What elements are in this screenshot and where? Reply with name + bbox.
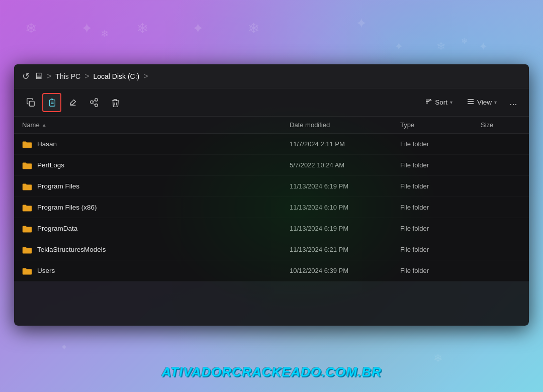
folder-icon — [22, 140, 32, 148]
table-row[interactable]: Hasan 11/7/2024 2:11 PM File folder — [14, 134, 529, 155]
file-type: File folder — [400, 267, 481, 274]
rename-button[interactable] — [63, 93, 82, 112]
deco-star-4: ✦ — [60, 342, 68, 353]
file-type: File folder — [400, 161, 481, 169]
refresh-button[interactable]: ↺ — [22, 71, 30, 82]
file-name-text: PerfLogs — [37, 161, 64, 169]
svg-rect-0 — [29, 101, 34, 106]
file-type: File folder — [400, 182, 481, 190]
file-name-text: ProgramData — [37, 225, 77, 232]
file-type: File folder — [400, 204, 481, 211]
delete-button[interactable] — [106, 93, 125, 112]
file-type: File folder — [400, 140, 481, 148]
sort-chevron-icon: ▾ — [450, 100, 452, 105]
folder-icon — [22, 246, 32, 254]
file-name-text: Program Files — [37, 182, 79, 190]
folder-icon — [22, 204, 32, 212]
more-button[interactable]: ... — [505, 94, 522, 111]
table-row[interactable]: Users 10/12/2024 6:39 PM File folder — [14, 260, 529, 281]
file-date: 11/13/2024 6:21 PM — [290, 246, 400, 253]
file-date: 10/12/2024 6:39 PM — [290, 267, 400, 274]
file-list: Hasan 11/7/2024 2:11 PM File folder Perf… — [14, 134, 529, 281]
table-row[interactable]: Program Files (x86) 11/13/2024 6:10 PM F… — [14, 197, 529, 218]
sort-icon — [424, 97, 432, 107]
file-date: 11/13/2024 6:10 PM — [290, 204, 400, 211]
breadcrumb-separator-3: > — [143, 72, 148, 81]
folder-icon — [22, 267, 32, 275]
breadcrumb-separator-1: > — [47, 72, 51, 81]
share-button[interactable] — [84, 93, 104, 112]
file-name-cell: Program Files — [22, 182, 290, 190]
file-date: 11/7/2024 2:11 PM — [290, 140, 400, 148]
file-name-cell: ProgramData — [22, 225, 290, 233]
file-name-text: Users — [37, 267, 55, 274]
pc-icon: 🖥 — [34, 71, 43, 81]
toolbar: Sort ▾ View ▾ ... — [14, 88, 529, 117]
file-name-cell: Hasan — [22, 140, 290, 148]
table-row[interactable]: ProgramData 11/13/2024 6:19 PM File fold… — [14, 218, 529, 239]
svg-line-5 — [94, 104, 95, 105]
view-label: View — [477, 99, 492, 106]
svg-rect-1 — [50, 100, 55, 106]
col-date-header[interactable]: Date modified — [290, 121, 400, 129]
col-type-header[interactable]: Type — [400, 121, 481, 129]
table-row[interactable]: PerfLogs 5/7/2022 10:24 AM File folder — [14, 155, 529, 176]
file-name-cell: PerfLogs — [22, 161, 290, 169]
sort-button[interactable]: Sort ▾ — [418, 94, 459, 110]
file-name-text: TeklaStructuresModels — [37, 246, 106, 253]
file-date: 11/13/2024 6:19 PM — [290, 225, 400, 232]
view-button[interactable]: View ▾ — [461, 94, 503, 110]
col-size-header[interactable]: Size — [481, 121, 521, 129]
watermark-text: ATIVADORCRACKEADO.COM.BR — [161, 364, 382, 379]
file-name-cell: Users — [22, 267, 290, 275]
breadcrumb-separator-2: > — [84, 72, 89, 81]
breadcrumb-this-pc[interactable]: This PC — [55, 72, 80, 80]
file-name-text: Program Files (x86) — [37, 204, 97, 211]
file-type: File folder — [400, 246, 481, 253]
explorer-window: ↺ 🖥 > This PC > Local Disk (C:) > — [14, 64, 529, 326]
deco-star-3: ❄ — [461, 36, 468, 46]
watermark: ATIVADORCRACKEADO.COM.BR — [0, 364, 543, 380]
folder-icon — [22, 225, 32, 233]
file-name-text: Hasan — [37, 140, 57, 148]
file-name-cell: Program Files (x86) — [22, 204, 290, 212]
address-bar: ↺ 🖥 > This PC > Local Disk (C:) > — [14, 64, 529, 88]
sort-label: Sort — [435, 99, 447, 106]
file-date: 11/13/2024 6:19 PM — [290, 182, 400, 190]
table-row[interactable]: TeklaStructuresModels 11/13/2024 6:21 PM… — [14, 239, 529, 260]
file-type: File folder — [400, 225, 481, 232]
deco-star-2: ✦ — [355, 15, 367, 32]
deco-star-1: ❄ — [101, 28, 109, 40]
breadcrumb-local-disk[interactable]: Local Disk (C:) — [93, 72, 139, 80]
folder-icon — [22, 182, 32, 190]
copy-button[interactable] — [21, 93, 40, 112]
paste-button[interactable] — [42, 93, 61, 112]
view-icon — [467, 97, 475, 107]
svg-line-4 — [94, 100, 95, 101]
table-row[interactable]: Program Files 11/13/2024 6:19 PM File fo… — [14, 176, 529, 197]
view-chevron-icon: ▾ — [494, 100, 497, 105]
file-date: 5/7/2022 10:24 AM — [290, 161, 400, 169]
column-headers: Name ▲ Date modified Type Size — [14, 117, 529, 134]
file-name-cell: TeklaStructuresModels — [22, 246, 290, 254]
name-sort-arrow: ▲ — [42, 122, 47, 128]
col-name-header[interactable]: Name ▲ — [22, 121, 290, 129]
deco-star-5: ❄ — [433, 352, 442, 365]
folder-icon — [22, 161, 32, 169]
